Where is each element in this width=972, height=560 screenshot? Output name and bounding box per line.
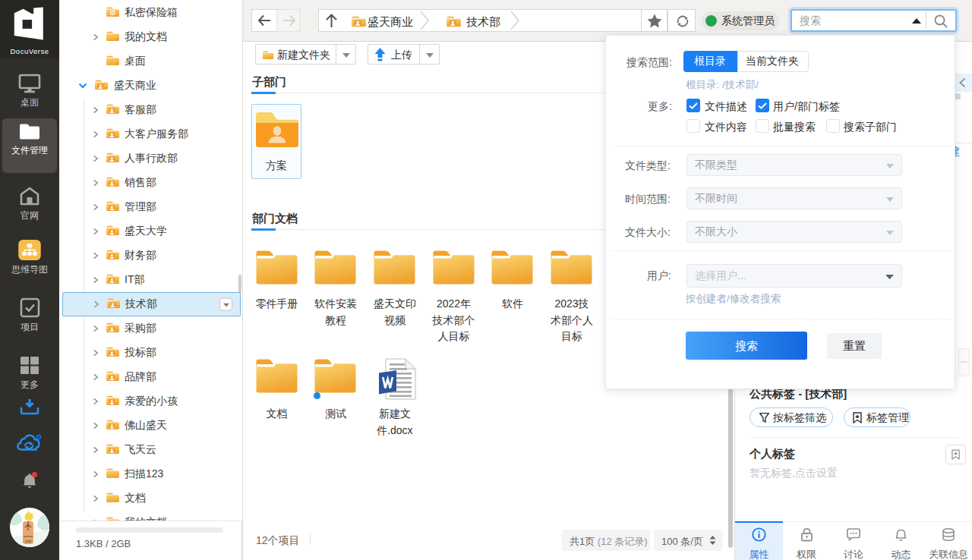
svg-text:cod: cod [25, 539, 31, 543]
